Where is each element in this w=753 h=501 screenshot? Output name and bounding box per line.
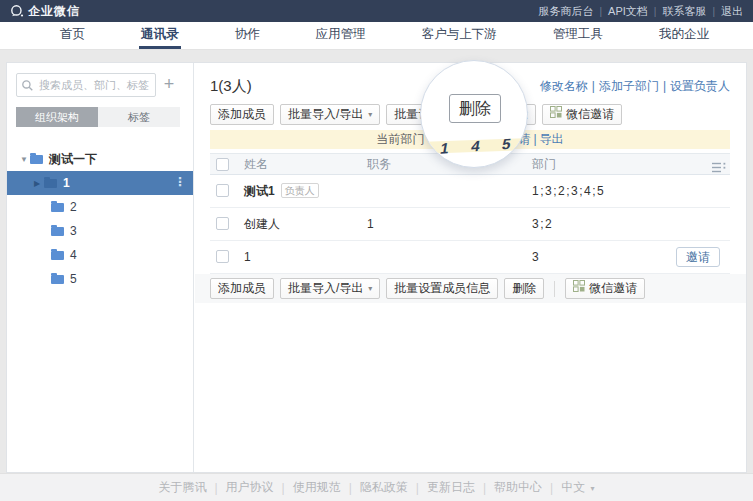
add-department-button[interactable]: + — [156, 73, 182, 97]
footer-link-user-agreement[interactable]: 用户协议 — [226, 479, 274, 496]
language-label: 中文 — [561, 480, 585, 494]
tree-node-2[interactable]: 2 — [7, 195, 193, 219]
wechat-icon — [550, 105, 562, 124]
toolbar-bottom: 添加成员 批量导入/导出 ▾ 批量设置成员信息 删除 — [195, 274, 746, 303]
toolbar-top: 添加成员 批量导入/导出 ▾ 批量设置成员信息 删除 — [210, 104, 622, 125]
manager-badge: 负责人 — [281, 183, 319, 198]
footer-separator: | — [214, 481, 217, 495]
set-manager-link[interactable]: 设置负责人 — [670, 78, 730, 95]
brand: 企业微信 — [10, 3, 80, 20]
table-row[interactable]: 创建人 1 3;2 — [210, 208, 730, 241]
folder-icon — [51, 275, 64, 284]
tree-node-3[interactable]: 3 — [7, 219, 193, 243]
sidebar-search-row: + — [16, 73, 187, 97]
banner-separator: | — [533, 132, 536, 146]
select-all-checkbox[interactable] — [216, 158, 229, 171]
tree-node-root[interactable]: ▼ 测试一下 — [7, 147, 193, 171]
main-nav: 首页 通讯录 协作 应用管理 客户与上下游 管理工具 我的企业 — [0, 22, 753, 50]
nav-tab-contacts[interactable]: 通讯录 — [139, 22, 181, 49]
action-separator: | — [663, 79, 666, 93]
column-header-name: 姓名 — [244, 154, 268, 175]
sidebar: + 组织架构 标签 ▼ 测试一下 ▶ 1 ⋮ — [7, 63, 194, 472]
export-link[interactable]: 导出 — [540, 132, 564, 146]
member-title: 1 — [367, 208, 374, 240]
invite-button[interactable]: 邀请 — [676, 247, 720, 267]
topbar-link-logout[interactable]: 退出 — [721, 4, 743, 19]
language-selector[interactable]: 中文 ▾ — [561, 479, 594, 496]
topbar-link-provider[interactable]: 服务商后台 — [538, 4, 593, 19]
member-table: 测试1负责人 1;3;2;3;4;5 创建人 1 3;2 1 3 邀请 — [210, 175, 730, 274]
footer-link-help-center[interactable]: 帮助中心 — [494, 479, 542, 496]
footer-link-changelog[interactable]: 更新日志 — [427, 479, 475, 496]
tab-labels[interactable]: 标签 — [98, 107, 180, 127]
tree-node-1-selected[interactable]: ▶ 1 ⋮ — [7, 171, 193, 195]
member-departments: 1;3;2;3;4;5 — [532, 175, 605, 207]
topbar: 企业微信 服务商后台 | API文档 | 联系客服 | 退出 — [0, 0, 753, 22]
folder-icon — [51, 251, 64, 260]
delete-button[interactable]: 删除 — [504, 278, 544, 299]
import-export-label: 批量导入/导出 — [288, 279, 363, 298]
tree-node-5[interactable]: 5 — [7, 267, 193, 291]
nav-tab-apps[interactable]: 应用管理 — [314, 22, 368, 49]
topbar-link-support[interactable]: 联系客服 — [662, 4, 706, 19]
caret-down-icon[interactable]: ▼ — [20, 155, 30, 164]
chevron-down-icon: ▾ — [368, 279, 372, 298]
tree-node-label: 5 — [70, 272, 77, 286]
search-input[interactable] — [16, 73, 156, 97]
add-subdepartment-link[interactable]: 添加子部门 — [599, 78, 659, 95]
tree-node-4[interactable]: 4 — [7, 243, 193, 267]
chevron-down-icon: ▾ — [591, 484, 595, 493]
topbar-link-api-docs[interactable]: API文档 — [608, 4, 648, 19]
content-panel: + 组织架构 标签 ▼ 测试一下 ▶ 1 ⋮ — [6, 62, 747, 473]
footer-link-usage-rules[interactable]: 使用规范 — [293, 479, 341, 496]
action-separator: | — [592, 79, 595, 93]
table-row[interactable]: 1 3 邀请 — [210, 241, 730, 274]
table-row[interactable]: 测试1负责人 1;3;2;3;4;5 — [210, 175, 730, 208]
org-tree: ▼ 测试一下 ▶ 1 ⋮ 2 3 — [7, 147, 193, 291]
footer-link-about[interactable]: 关于腾讯 — [158, 479, 206, 496]
add-member-button[interactable]: 添加成员 — [210, 104, 274, 125]
topbar-separator: | — [599, 6, 602, 17]
member-departments: 3;2 — [532, 208, 553, 240]
nav-tab-admin-tools[interactable]: 管理工具 — [551, 22, 605, 49]
row-checkbox[interactable] — [216, 250, 229, 263]
wechat-invite-label: 微信邀请 — [589, 279, 637, 298]
member-name: 创建人 — [244, 208, 280, 240]
caret-right-icon[interactable]: ▶ — [34, 179, 44, 188]
search-icon — [21, 78, 34, 96]
nav-tab-home[interactable]: 首页 — [58, 22, 87, 49]
member-name-cell: 测试1负责人 — [244, 175, 319, 207]
tree-node-label: 3 — [70, 224, 77, 238]
tree-node-label: 2 — [70, 200, 77, 214]
folder-icon — [51, 227, 64, 236]
column-header-department: 部门 — [532, 154, 556, 175]
import-export-button[interactable]: 批量导入/导出 ▾ — [280, 104, 380, 125]
wechat-icon — [573, 279, 585, 298]
magnified-delete-button[interactable]: 删除 — [449, 94, 501, 123]
tab-org-structure[interactable]: 组织架构 — [16, 107, 98, 127]
tree-node-label: 测试一下 — [49, 151, 97, 168]
rename-link[interactable]: 修改名称 — [540, 78, 588, 95]
wechat-invite-label: 微信邀请 — [566, 105, 614, 124]
folder-icon — [44, 179, 57, 188]
footer-link-privacy[interactable]: 隐私政策 — [360, 479, 408, 496]
batch-set-info-button[interactable]: 批量设置成员信息 — [386, 278, 498, 299]
page-title: 1(3人) — [210, 77, 252, 96]
wechat-invite-button[interactable]: 微信邀请 — [565, 278, 645, 299]
folder-icon — [30, 155, 43, 164]
tree-node-label: 4 — [70, 248, 77, 262]
add-member-button[interactable]: 添加成员 — [210, 278, 274, 299]
wechat-invite-button[interactable]: 微信邀请 — [542, 104, 622, 125]
folder-icon — [51, 203, 64, 212]
member-name: 1 — [244, 241, 251, 273]
row-checkbox[interactable] — [216, 184, 229, 197]
more-actions-icon[interactable]: ⋮ — [174, 175, 186, 189]
nav-tab-collaboration[interactable]: 协作 — [233, 22, 262, 49]
nav-tab-customers[interactable]: 客户与上下游 — [420, 22, 499, 49]
nav-tab-my-company[interactable]: 我的企业 — [657, 22, 711, 49]
row-checkbox[interactable] — [216, 217, 229, 230]
import-export-button[interactable]: 批量导入/导出 ▾ — [280, 278, 380, 299]
app-title: 企业微信 — [28, 3, 80, 20]
footer: 关于腾讯 | 用户协议 | 使用规范 | 隐私政策 | 更新日志 | 帮助中心 … — [0, 473, 753, 501]
department-actions: 修改名称 | 添加子部门 | 设置负责人 — [540, 78, 730, 95]
